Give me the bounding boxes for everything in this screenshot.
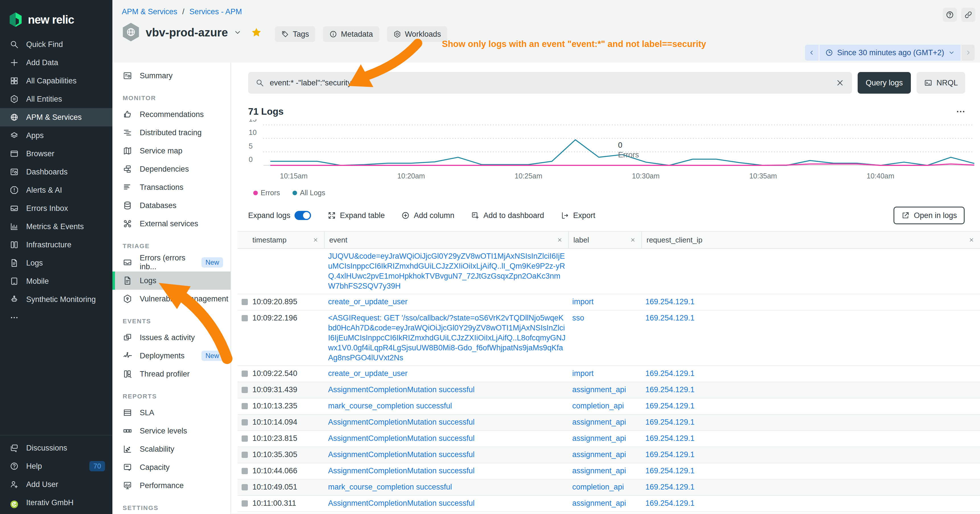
subnav-item-deployments[interactable]: DeploymentsNew: [112, 347, 231, 365]
log-label-link[interactable]: completion_api: [572, 483, 624, 491]
query-logs-button[interactable]: Query logs: [858, 72, 911, 94]
sidebar-item-browser[interactable]: Browser: [0, 145, 112, 163]
log-ip-link[interactable]: 169.254.129.1: [645, 369, 695, 378]
log-event-link[interactable]: AssignmentCompletionMutation successful: [328, 498, 566, 508]
metadata-button[interactable]: Metadata: [323, 26, 379, 42]
remove-label-column-icon[interactable]: [630, 237, 636, 243]
log-label-link[interactable]: sso: [572, 313, 584, 322]
log-event-link[interactable]: mark_course_completion successful: [328, 401, 566, 411]
sidebar-item-errors-inbox[interactable]: Errors Inbox: [0, 199, 112, 218]
log-ip-link[interactable]: 169.254.129.1: [645, 313, 695, 322]
sidebar-item-iterativ-gmbh[interactable]: Iterativ GmbH: [0, 493, 112, 512]
sidebar-item-mobile[interactable]: Mobile: [0, 272, 112, 290]
entity-chevron-down-icon[interactable]: [234, 29, 242, 37]
row-checkbox[interactable]: [242, 419, 248, 425]
log-event-link[interactable]: create_or_update_user: [328, 297, 566, 307]
subnav-item-databases[interactable]: Databases: [112, 196, 231, 215]
log-ip-link[interactable]: 169.254.129.1: [645, 385, 695, 394]
row-checkbox[interactable]: [242, 436, 248, 442]
row-checkbox[interactable]: [242, 484, 248, 490]
log-label-link[interactable]: assignment_api: [572, 418, 626, 426]
sidebar-item-all-entities[interactable]: All Entities: [0, 90, 112, 108]
workloads-button[interactable]: Workloads: [387, 26, 447, 42]
subnav-item-summary[interactable]: Summary: [112, 67, 231, 85]
panel-menu-dots-icon[interactable]: [956, 107, 966, 117]
row-checkbox[interactable]: [242, 452, 248, 458]
log-event-link[interactable]: <ASGIRequest: GET '/sso/callback/?state=…: [328, 313, 566, 363]
subnav-item-distributed-tracing[interactable]: Distributed tracing: [112, 124, 231, 142]
subnav-item-sla[interactable]: SLA: [112, 404, 231, 422]
log-label-link[interactable]: assignment_api: [572, 385, 626, 394]
remove-timestamp-column-icon[interactable]: [312, 237, 319, 243]
sidebar-item-alerts-ai[interactable]: Alerts & AI: [0, 181, 112, 199]
open-in-logs-button[interactable]: Open in logs: [894, 207, 965, 224]
log-event-link[interactable]: create_or_update_user: [328, 369, 566, 379]
sidebar-item-all-capabilities[interactable]: All Capabilities: [0, 72, 112, 90]
subnav-item-external-services[interactable]: External services: [112, 215, 231, 233]
sidebar-item-apm-services[interactable]: APM & Services: [0, 108, 112, 126]
log-event-link[interactable]: mark_course_completion successful: [328, 482, 566, 492]
clear-query-button[interactable]: [835, 78, 845, 88]
tags-button[interactable]: Tags: [275, 26, 315, 42]
subnav-item-scalability[interactable]: Scalability: [112, 440, 231, 458]
sidebar-item-dashboards[interactable]: Dashboards: [0, 163, 112, 181]
subnav-item-capacity[interactable]: Capacity: [112, 458, 231, 476]
favorite-star-icon[interactable]: [251, 27, 262, 38]
sidebar-item-infrastructure[interactable]: Infrastructure: [0, 236, 112, 254]
legend-item-all-logs[interactable]: All Logs: [293, 189, 325, 197]
subnav-item-recommendations[interactable]: Recommendations: [112, 105, 231, 124]
log-label-link[interactable]: completion_api: [572, 402, 624, 410]
log-label-link[interactable]: assignment_api: [572, 466, 626, 475]
sidebar-item-more[interactable]: [0, 309, 112, 327]
log-ip-link[interactable]: 169.254.129.1: [645, 450, 695, 459]
sidebar-item-add-data[interactable]: Add Data: [0, 54, 112, 72]
log-ip-link[interactable]: 169.254.129.1: [645, 483, 695, 491]
sidebar-item-discussions[interactable]: Discussions: [0, 439, 112, 457]
log-ip-link[interactable]: 169.254.129.1: [645, 434, 695, 442]
nrql-button[interactable]: NRQL: [916, 72, 965, 94]
log-query-input[interactable]: [269, 78, 830, 88]
log-ip-link[interactable]: 169.254.129.1: [645, 499, 695, 508]
subnav-item-transactions[interactable]: Transactions: [112, 178, 231, 196]
sidebar-item-logs[interactable]: Logs: [0, 254, 112, 272]
log-ip-link[interactable]: 169.254.129.1: [645, 402, 695, 410]
subnav-item-service-map[interactable]: Service map: [112, 142, 231, 160]
breadcrumb-services-apm[interactable]: Services - APM: [189, 7, 242, 16]
log-event-link[interactable]: AssignmentCompletionMutation successful: [328, 450, 566, 460]
log-event-link[interactable]: JUQVU&code=eyJraWQiOiJjcGl0Y29yZV8wOTI1M…: [328, 251, 566, 291]
expand-logs-toggle[interactable]: [294, 211, 311, 220]
subnav-item-thread-profiler[interactable]: Thread profiler: [112, 365, 231, 383]
sidebar-item-add-user[interactable]: Add User: [0, 475, 112, 493]
add-column-button[interactable]: Add column: [401, 211, 455, 220]
log-ip-link[interactable]: 169.254.129.1: [645, 298, 695, 306]
export-button[interactable]: Export: [560, 211, 595, 220]
legend-item-errors[interactable]: Errors: [253, 189, 280, 197]
sidebar-item-metrics-events[interactable]: Metrics & Events: [0, 218, 112, 236]
log-event-link[interactable]: AssignmentCompletionMutation successful: [328, 433, 566, 443]
row-checkbox[interactable]: [242, 468, 248, 474]
sidebar-item-quick-find[interactable]: Quick Find: [0, 35, 112, 54]
row-checkbox[interactable]: [242, 403, 248, 409]
subnav-item-dependencies[interactable]: Dependencies: [112, 160, 231, 178]
sidebar-item-apps[interactable]: Apps: [0, 126, 112, 145]
row-checkbox[interactable]: [242, 500, 248, 507]
row-checkbox[interactable]: [242, 299, 248, 305]
log-ip-link[interactable]: 169.254.129.1: [645, 418, 695, 426]
sidebar-item-help[interactable]: Help70: [0, 457, 112, 475]
time-picker-back-button[interactable]: [805, 45, 819, 60]
subnav-item-errors-errors-inb[interactable]: Errors (errors inb...New: [112, 253, 231, 272]
log-event-link[interactable]: AssignmentCompletionMutation successful: [328, 466, 566, 476]
subnav-item-logs[interactable]: Logs: [112, 272, 231, 290]
help-button[interactable]: [943, 8, 957, 22]
subnav-item-issues-activity[interactable]: Issues & activity: [112, 328, 231, 347]
log-label-link[interactable]: import: [572, 298, 593, 306]
row-checkbox[interactable]: [242, 387, 248, 393]
log-event-link[interactable]: AssignmentCompletionMutation successful: [328, 417, 566, 427]
time-picker-forward-button[interactable]: [961, 45, 975, 60]
sidebar-item-synthetic-monitoring[interactable]: Synthetic Monitoring: [0, 290, 112, 309]
subnav-item-vulnerability-management[interactable]: Vulnerability Management: [112, 290, 231, 308]
subnav-item-performance[interactable]: Performance: [112, 476, 231, 495]
row-checkbox[interactable]: [242, 371, 248, 377]
remove-ip-column-icon[interactable]: [968, 237, 975, 243]
row-checkbox[interactable]: [242, 315, 248, 321]
